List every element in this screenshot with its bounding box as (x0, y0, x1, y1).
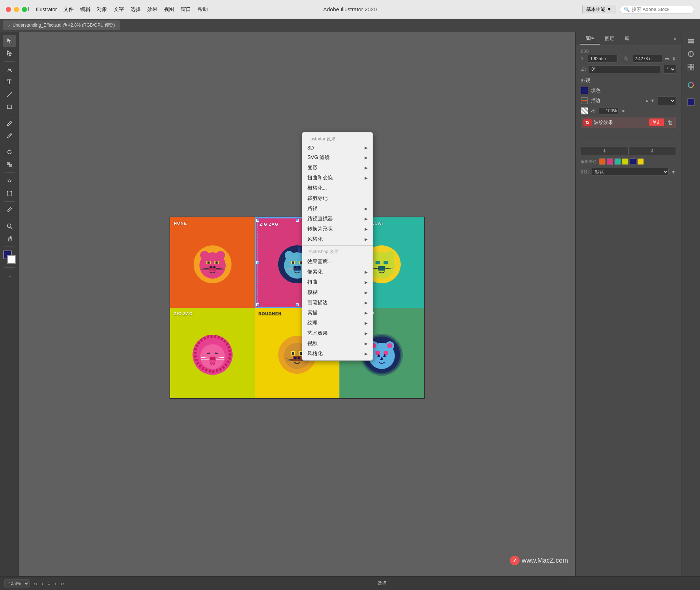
tab-close-icon[interactable]: × (8, 23, 10, 28)
flip-v-button[interactable]: ⇕ (672, 56, 676, 62)
menu-rasterize[interactable]: 栅格化... (302, 183, 373, 193)
nav-last-btn[interactable]: ›› (61, 581, 64, 586)
menu-artistic[interactable]: 艺术效果 ▶ (302, 328, 373, 338)
menu-deform[interactable]: 变形 ▶ (302, 163, 373, 173)
align-btn-1[interactable]: ⇟ (581, 147, 629, 155)
menu-convert-shape[interactable]: 转换为形状 ▶ (302, 224, 373, 234)
tab-layers[interactable]: 图层 (600, 33, 619, 44)
rotate-tool[interactable] (3, 146, 16, 158)
color-box[interactable] (3, 251, 16, 264)
h-input[interactable] (632, 55, 662, 63)
search-box[interactable]: 🔍 (620, 5, 694, 13)
zoom-tool[interactable] (3, 220, 16, 232)
sort-select[interactable]: 默认 (592, 168, 669, 176)
menu-blur[interactable]: 模糊 ▶ (302, 287, 373, 298)
menu-pathfinder[interactable]: 路径查找器 ▶ (302, 214, 373, 224)
layers-icon-btn[interactable] (684, 35, 697, 47)
stroke-up-btn[interactable]: ▲ (645, 98, 649, 103)
tab-properties[interactable]: 属性 (580, 33, 600, 44)
swatch-2[interactable] (607, 158, 613, 165)
scale-tool[interactable] (3, 159, 16, 170)
menu-pixelate[interactable]: 像素化 ▶ (302, 267, 373, 277)
menu-3d[interactable]: 3D ▶ (302, 143, 373, 152)
paintbrush-tool[interactable] (3, 117, 16, 129)
properties-icon-btn[interactable] (684, 48, 697, 60)
swatch-1[interactable] (599, 158, 606, 165)
menu-text[interactable]: 文字 (114, 6, 124, 13)
menu-filter-gallery[interactable]: 效果画廊... (302, 257, 373, 267)
menu-window[interactable]: 窗口 (181, 6, 191, 13)
cell-zigzag-2[interactable]: ZIG ZAG (170, 308, 255, 398)
opacity-input[interactable] (599, 107, 619, 114)
close-window-button[interactable] (6, 7, 11, 12)
warp-tool[interactable] (3, 175, 16, 187)
menu-effect[interactable]: 效果 (147, 6, 158, 13)
angle-input[interactable] (589, 65, 660, 73)
direct-selection-tool[interactable] (3, 47, 16, 59)
menu-sketch[interactable]: 素描 ▶ (302, 308, 373, 318)
menu-video[interactable]: 视频 ▶ (302, 338, 373, 349)
panel-more-button[interactable]: ··· (672, 132, 676, 137)
swatch-5[interactable] (630, 158, 636, 165)
menu-distort-ps[interactable]: 扭曲 ▶ (302, 277, 373, 287)
selection-tool[interactable] (3, 35, 16, 47)
menu-select[interactable]: 选择 (131, 6, 141, 13)
menu-crop-marks[interactable]: 裁剪标记 (302, 193, 373, 203)
menu-svg-filter[interactable]: SVG 滤镜 ▶ (302, 152, 373, 163)
tab-library[interactable]: 库 (619, 33, 634, 44)
zoom-select[interactable]: 42.8% (4, 579, 30, 587)
nav-first-btn[interactable]: ‹‹ (34, 581, 37, 586)
menu-stylize-ps[interactable]: 风格化 ▶ (302, 349, 373, 359)
workspace-button[interactable]: 基本功能 ▼ (582, 5, 615, 14)
stroke-type-select[interactable] (658, 96, 676, 105)
color-wheel-btn[interactable] (684, 79, 697, 91)
flip-h-button[interactable]: ⇋ (665, 56, 669, 62)
angle-select[interactable]: ° (663, 65, 676, 74)
menu-edit[interactable]: 编辑 (80, 6, 90, 13)
maximize-window-button[interactable] (22, 7, 27, 12)
rectangle-tool[interactable] (3, 101, 16, 113)
menu-object[interactable]: 对象 (97, 6, 107, 13)
fill-color-swatch[interactable] (581, 87, 588, 94)
menu-brush-strokes[interactable]: 画笔描边 ▶ (302, 298, 373, 308)
menu-distort-transform[interactable]: 扭曲和变换 ▶ (302, 173, 373, 183)
nav-prev-btn[interactable]: ‹ (42, 581, 43, 586)
eyedropper-tool[interactable] (3, 204, 16, 216)
click-badge[interactable]: 单击 (649, 119, 664, 126)
y-input[interactable] (588, 55, 618, 63)
swatch-6[interactable] (637, 158, 644, 165)
menu-help[interactable]: 帮助 (198, 6, 208, 13)
search-input[interactable] (632, 7, 690, 12)
cell-none[interactable]: NONE (170, 217, 255, 308)
menu-illustrator[interactable]: Illustrator (36, 7, 57, 12)
align-btn-2[interactable]: ⇕ (629, 147, 676, 155)
menu-texture[interactable]: 纹理 ▶ (302, 318, 373, 328)
swatch-3[interactable] (614, 158, 621, 165)
free-transform-tool[interactable] (3, 187, 16, 199)
swatch-4[interactable] (622, 158, 629, 165)
titlebar:  Illustrator 文件 编辑 对象 文字 选择 效果 视图 窗口 帮助… (0, 0, 700, 19)
stroke-color-swatch[interactable] (581, 97, 588, 104)
type-tool[interactable]: T (3, 76, 16, 88)
menu-view[interactable]: 视图 (164, 6, 174, 13)
nav-next-btn[interactable]: › (55, 581, 57, 586)
menu-stylize-ill[interactable]: 风格化 ▶ (302, 234, 373, 244)
fx-button[interactable]: fx (583, 119, 592, 126)
menu-path[interactable]: 路径 ▶ (302, 203, 373, 214)
line-tool[interactable] (3, 89, 16, 100)
menu-file[interactable]: 文件 (63, 6, 74, 13)
opacity-arrow-btn[interactable]: ► (622, 108, 626, 113)
delete-effect-button[interactable]: 🗑 (668, 119, 673, 126)
panel-expand-icon[interactable]: » (673, 35, 677, 42)
sort-expand-btn[interactable]: ▼ (671, 169, 676, 175)
stroke-down-btn[interactable]: ▼ (650, 98, 655, 103)
assets-icon-btn[interactable] (684, 61, 697, 73)
minimize-window-button[interactable] (14, 7, 19, 12)
hand-tool[interactable] (3, 233, 16, 244)
document-tab[interactable]: × Understanding_Effects.ai @ 42.8% (RGB/… (3, 20, 120, 30)
pen-tool[interactable] (3, 64, 16, 75)
pencil-tool[interactable] (3, 130, 16, 141)
background-color[interactable] (7, 255, 16, 264)
more-tools-button[interactable]: ··· (3, 270, 16, 282)
fill-icon[interactable] (687, 98, 695, 106)
